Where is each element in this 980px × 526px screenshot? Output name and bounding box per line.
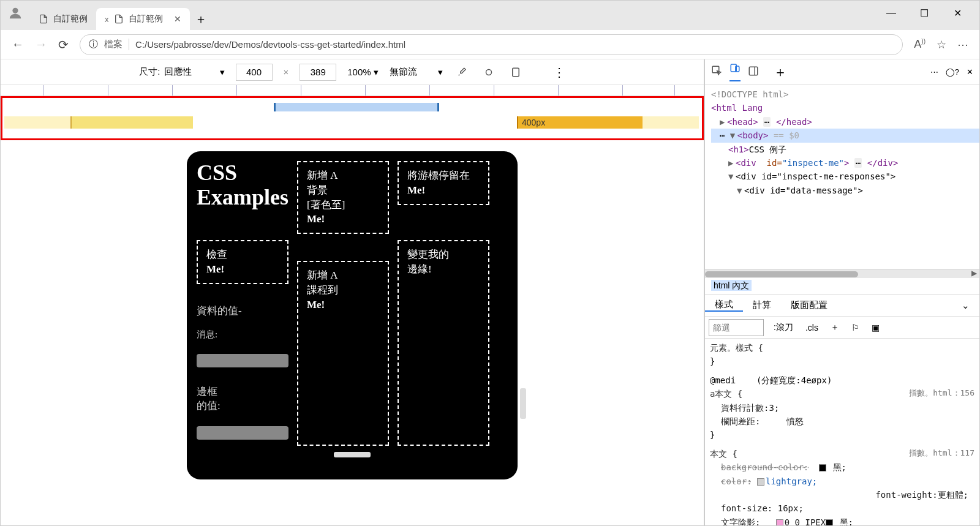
forward-button: → bbox=[35, 37, 47, 51]
address-bar[interactable]: ⓘ 檔案 C:/Users/pabrosse/dev/Demos/devtool… bbox=[80, 34, 903, 55]
resize-handle-bottom[interactable] bbox=[334, 452, 371, 457]
ruler-area: 400px bbox=[1, 85, 704, 140]
tab-inactive[interactable]: 自訂範例 bbox=[30, 8, 96, 30]
tab-label: 自訂範例 bbox=[53, 13, 88, 24]
box-change-border[interactable]: 變更我的邊緣! bbox=[398, 240, 489, 446]
sidebar-toggle-icon[interactable]: ▣ bbox=[865, 323, 886, 333]
file-icon bbox=[39, 14, 48, 24]
device-toolbar: 尺寸: 回應性 ▾ × 100%▾ 無節流▾ ⋮ bbox=[1, 59, 704, 85]
tabs-expand-icon[interactable]: ⌄ bbox=[952, 300, 979, 311]
new-rule-icon[interactable]: ＋ bbox=[824, 322, 845, 333]
pin-icon[interactable]: ⚐ bbox=[845, 323, 865, 333]
media-query-bar[interactable]: 400px bbox=[1, 96, 704, 140]
profile-icon[interactable] bbox=[1, 1, 30, 25]
maximize-button[interactable]: ☐ bbox=[917, 6, 932, 20]
resize-handle-right[interactable] bbox=[520, 388, 526, 419]
zoom-dropdown[interactable]: 100%▾ bbox=[347, 67, 378, 78]
devtools-panel: ＋ ⋯ ◯? ✕ <!DOCTYPE html> <html Lang ▶<he… bbox=[704, 59, 979, 525]
data-values-heading: 資料的值- bbox=[197, 304, 288, 318]
elements-tree[interactable]: <!DOCTYPE html> <html Lang ▶<head> ⋯ </h… bbox=[705, 85, 979, 269]
addr-scheme: 檔案 bbox=[104, 39, 129, 50]
back-button[interactable]: ← bbox=[12, 37, 24, 51]
border-field[interactable] bbox=[197, 426, 288, 440]
throttle-dropdown[interactable]: 無節流▾ bbox=[390, 66, 443, 78]
dark-mode-icon[interactable] bbox=[481, 64, 497, 80]
element-picker-icon[interactable] bbox=[711, 65, 722, 79]
chevron-down-icon: ▾ bbox=[438, 67, 443, 78]
read-aloud-icon[interactable]: A)) bbox=[914, 38, 925, 51]
border-label: 邊框的值: bbox=[197, 385, 288, 413]
device-toggle-icon[interactable] bbox=[729, 62, 741, 81]
browser-toolbar: ← → ⟳ ⓘ 檔案 C:/Users/pabrosse/dev/Demos/d… bbox=[1, 30, 979, 59]
styles-rules[interactable]: 元素。樣式 { } @medi (分鐘寬度:4eøpx) a本文 {指數。htm… bbox=[705, 339, 979, 525]
device-more-icon[interactable]: ⋮ bbox=[553, 65, 565, 80]
svg-point-0 bbox=[12, 8, 18, 13]
svg-rect-6 bbox=[749, 67, 758, 75]
tab-computed[interactable]: 計算 bbox=[743, 299, 781, 311]
filter-input[interactable] bbox=[709, 319, 764, 336]
window-controls: — ☐ ✕ bbox=[869, 1, 979, 20]
help-icon[interactable]: ◯? bbox=[946, 67, 959, 77]
dock-icon[interactable] bbox=[748, 66, 759, 78]
breadcrumb[interactable]: html 內文 bbox=[705, 278, 979, 295]
box-add-class[interactable]: 新增 A課程到Me! bbox=[297, 261, 389, 446]
rotate-icon[interactable] bbox=[508, 64, 524, 80]
dim-x: × bbox=[284, 67, 289, 77]
chevron-down-icon: ▾ bbox=[220, 67, 225, 78]
add-tab-icon[interactable]: ＋ bbox=[774, 63, 787, 81]
tab-styles[interactable]: 樣式 bbox=[705, 299, 743, 312]
file-icon bbox=[114, 14, 124, 24]
box-hover[interactable]: 將游標停留在Me! bbox=[398, 161, 489, 205]
width-input[interactable] bbox=[236, 64, 273, 81]
new-tab-button[interactable]: ＋ bbox=[190, 8, 212, 30]
preview-frame: CSSExamples 新增 A背景[著色至]Me! 將游標停留在Me! 檢查M… bbox=[187, 151, 518, 479]
tab-prefix: x bbox=[105, 15, 109, 24]
box-inspect[interactable]: 檢查Me! bbox=[197, 240, 288, 284]
devtools-toolbar: ＋ ⋯ ◯? ✕ bbox=[705, 59, 979, 85]
page-title: CSSExamples bbox=[197, 161, 288, 209]
styles-tabs: 樣式 計算 版面配置 ⌄ bbox=[705, 295, 979, 317]
more-icon[interactable]: ⋯ bbox=[957, 38, 968, 51]
page-preview: CSSExamples 新增 A背景[著色至]Me! 將游標停留在Me! 檢查M… bbox=[1, 140, 704, 525]
close-tab-icon[interactable]: ✕ bbox=[174, 14, 181, 24]
refresh-button[interactable]: ⟳ bbox=[58, 37, 69, 52]
height-input[interactable] bbox=[300, 64, 336, 81]
svg-rect-3 bbox=[712, 66, 719, 73]
svg-point-1 bbox=[486, 69, 491, 75]
tab-strip: 自訂範例 x 自訂範例 ✕ ＋ bbox=[30, 6, 869, 30]
chevron-down-icon: ▾ bbox=[374, 67, 379, 78]
tab-label: 自訂範例 bbox=[129, 13, 163, 24]
size-dropdown[interactable]: 尺寸: 回應性 ▾ bbox=[139, 66, 224, 78]
mq-label: 400px bbox=[522, 118, 545, 127]
eyedropper-icon[interactable] bbox=[454, 64, 470, 80]
tab-layout[interactable]: 版面配置 bbox=[781, 299, 837, 311]
titlebar: 自訂範例 x 自訂範例 ✕ ＋ — ☐ ✕ bbox=[1, 1, 979, 30]
styles-filter-row: :滾刀 .cls ＋ ⚐ ▣ bbox=[705, 317, 979, 339]
close-window-button[interactable]: ✕ bbox=[950, 6, 965, 20]
svg-rect-2 bbox=[512, 68, 519, 77]
msg-label: 消息: bbox=[197, 329, 288, 340]
hov-button[interactable]: :滾刀 bbox=[767, 322, 799, 333]
elements-hscroll[interactable]: ▶ bbox=[705, 269, 979, 278]
devtools-more-icon[interactable]: ⋯ bbox=[930, 67, 938, 77]
cls-button[interactable]: .cls bbox=[799, 323, 824, 333]
favorite-icon[interactable]: ☆ bbox=[937, 38, 946, 51]
msg-field[interactable] bbox=[197, 354, 288, 367]
info-icon[interactable]: ⓘ bbox=[89, 39, 98, 50]
devtools-close-icon[interactable]: ✕ bbox=[967, 67, 973, 77]
ruler bbox=[1, 85, 704, 96]
addr-path: C:/Users/pabrosse/dev/Demos/devtools-css… bbox=[135, 39, 405, 50]
box-add-bg[interactable]: 新增 A背景[著色至]Me! bbox=[297, 161, 389, 234]
tab-active[interactable]: x 自訂範例 ✕ bbox=[96, 8, 190, 30]
minimize-button[interactable]: — bbox=[884, 6, 899, 20]
